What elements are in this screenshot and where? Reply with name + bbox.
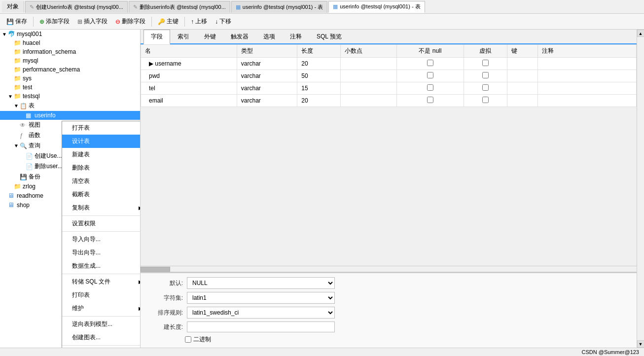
move-down-icon: ↓	[215, 18, 218, 25]
virtual-check-tel[interactable]	[482, 84, 489, 91]
save-label: 保存	[15, 17, 27, 26]
db-icon-shop: 🖥	[8, 201, 16, 209]
sidebar-item-performance-schema[interactable]: 📁 performance_schema	[0, 65, 140, 74]
sidebar-item-test[interactable]: 📁 test	[0, 83, 140, 92]
tab-foreign-keys[interactable]: 外键	[197, 30, 223, 43]
length-row: 建长度:	[148, 321, 629, 332]
sidebar-item-tables[interactable]: ▼ 📋 表	[0, 101, 140, 111]
add-field-button[interactable]: ⊕ 添加字段	[36, 15, 73, 28]
sidebar-item-userinfo[interactable]: ▦ userinfo	[0, 111, 140, 120]
tab-triggers[interactable]: 触发器	[223, 30, 256, 43]
sidebar-item-mysql001[interactable]: ▼ 🐬 mysql001	[0, 30, 140, 38]
v-scrollbar[interactable]: ▲ ▼	[637, 30, 644, 348]
save-icon: 💾	[6, 18, 14, 25]
sidebar-item-information-schema[interactable]: 📁 information_schema	[0, 47, 140, 56]
insert-field-label: 插入字段	[84, 17, 107, 26]
tab-userinfo-2[interactable]: ▦ userinfo @testsql (mysql001) - 表	[328, 1, 425, 13]
ctx-import-wizard[interactable]: 导入向导...	[62, 233, 141, 246]
label-information-schema: information_schema	[23, 48, 76, 55]
tab-fields[interactable]: 字段	[143, 30, 170, 44]
ctx-print-table[interactable]: 打印表	[62, 288, 141, 302]
tab-options[interactable]: 选项	[256, 30, 283, 43]
ctx-design-table[interactable]: 设计表	[62, 135, 141, 148]
tab-object[interactable]: 对象	[2, 1, 24, 12]
field-decimal-email	[341, 95, 397, 107]
ctx-new-table[interactable]: 新建表	[62, 148, 141, 161]
notnull-check-username[interactable]	[427, 60, 433, 66]
ctx-manage-group[interactable]: 管理组 ▶	[62, 347, 141, 348]
tab-userinfo-1[interactable]: ▦ userinfo @testsql (mysql001) - 表	[231, 1, 327, 13]
virtual-check-email[interactable]	[482, 97, 489, 103]
notnull-check-pwd[interactable]	[427, 72, 433, 78]
tab-delete-userinfo[interactable]: ✎ 删除userinfo表 @testsql (mysql00...	[129, 1, 230, 13]
ctx-data-gen[interactable]: 数据生成...	[62, 259, 141, 273]
collation-row: 排序规则: latin1_swedish_ci utf8_general_ci	[148, 307, 629, 319]
insert-field-button[interactable]: ⊞ 插入字段	[74, 15, 111, 28]
delete-field-label: 删除字段	[122, 17, 145, 26]
h-scroll-thumb[interactable]	[141, 267, 170, 272]
sidebar-item-mysql[interactable]: 📁 mysql	[0, 56, 140, 65]
tab-sql-preview[interactable]: SQL 预览	[309, 30, 349, 43]
add-field-icon: ⊕	[39, 18, 44, 25]
binary-checkbox[interactable]	[185, 336, 191, 343]
field-notnull-tel[interactable]	[397, 82, 464, 95]
notnull-check-tel[interactable]	[427, 84, 433, 91]
table-row[interactable]: pwd varchar 50	[141, 70, 637, 82]
table-row[interactable]: tel varchar 15	[141, 82, 637, 95]
scroll-up-btn[interactable]: ▲	[637, 30, 644, 37]
field-virtual-username[interactable]	[464, 58, 507, 70]
length-input[interactable]	[187, 321, 335, 332]
label-backups: 备份	[29, 173, 40, 181]
arrow-testsql: ▼	[8, 94, 14, 99]
ctx-truncate-table[interactable]: 截断表	[62, 188, 141, 201]
primary-key-button[interactable]: 🔑 主键	[154, 15, 182, 28]
db-icon-mysql: 📁	[14, 57, 22, 64]
field-notnull-pwd[interactable]	[397, 70, 464, 82]
ctx-create-chart[interactable]: 创建图表...	[62, 331, 141, 344]
save-button[interactable]: 💾 保存	[3, 15, 31, 28]
collation-select[interactable]: latin1_swedish_ci utf8_general_ci	[187, 307, 335, 319]
table-row[interactable]: ▶ username varchar 20	[141, 58, 637, 70]
ctx-maintenance[interactable]: 维护 ▶	[62, 302, 141, 315]
virtual-check-pwd[interactable]	[482, 72, 489, 78]
charset-select[interactable]: latin1 utf8 utf8mb4	[187, 292, 335, 304]
field-notnull-email[interactable]	[397, 95, 464, 107]
ctx-dump-sql[interactable]: 转储 SQL 文件 ▶	[62, 275, 141, 288]
field-tab-bar: 字段 索引 外键 触发器 选项 注释 SQL 预览	[141, 30, 637, 44]
length-label: 建长度:	[148, 323, 183, 331]
field-comment-username	[538, 58, 637, 70]
field-virtual-pwd[interactable]	[464, 70, 507, 82]
move-down-button[interactable]: ↓ 下移	[212, 15, 235, 28]
tab-bar: 对象 ✎ 创建Userinfo表 @testsql (mysql00... ✎ …	[0, 0, 644, 14]
virtual-check-username[interactable]	[482, 60, 489, 66]
field-name-pwd: pwd	[141, 70, 237, 82]
field-virtual-tel[interactable]	[464, 82, 507, 95]
ctx-reverse-model[interactable]: 逆向表到模型...	[62, 318, 141, 331]
default-select[interactable]: NULL (none) USER CURRENT_TIMESTAMP	[187, 277, 335, 289]
table-row[interactable]: email varchar 20	[141, 95, 637, 107]
tab-create-label: 创建Userinfo表 @testsql (mysql00...	[36, 3, 123, 11]
delete-field-button[interactable]: ⊖ 删除字段	[112, 15, 149, 28]
h-scrollbar[interactable]	[141, 266, 637, 272]
sidebar-item-huacel[interactable]: 📁 huacel	[0, 38, 140, 47]
move-up-button[interactable]: ↑ 上移	[187, 15, 211, 28]
tab-create-userinfo[interactable]: ✎ 创建Userinfo表 @testsql (mysql00...	[25, 1, 128, 13]
scroll-down-btn[interactable]: ▼	[637, 340, 644, 348]
field-notnull-username[interactable]	[397, 58, 464, 70]
ctx-copy-table[interactable]: 复制表 ▶	[62, 201, 141, 214]
main-panel: 字段 索引 外键 触发器 选项 注释 SQL 预览 名 类型 长度 小数点	[141, 30, 637, 348]
ctx-open-table[interactable]: 打开表	[62, 121, 141, 135]
tab-comment[interactable]: 注释	[283, 30, 309, 43]
label-performance-schema: performance_schema	[23, 66, 80, 73]
notnull-check-email[interactable]	[427, 97, 433, 103]
col-comment-header: 注释	[538, 45, 637, 58]
sidebar-item-sys[interactable]: 📁 sys	[0, 74, 140, 83]
field-virtual-email[interactable]	[464, 95, 507, 107]
ctx-clear-table[interactable]: 清空表	[62, 175, 141, 188]
ctx-delete-table[interactable]: 删除表	[62, 161, 141, 175]
tab-indexes[interactable]: 索引	[170, 30, 197, 43]
field-comment-email	[538, 95, 637, 107]
sidebar-item-testsql[interactable]: ▼ 📁 testsql	[0, 92, 140, 101]
ctx-set-permissions[interactable]: 设置权限	[62, 217, 141, 230]
ctx-export-wizard[interactable]: 导出向导...	[62, 246, 141, 259]
